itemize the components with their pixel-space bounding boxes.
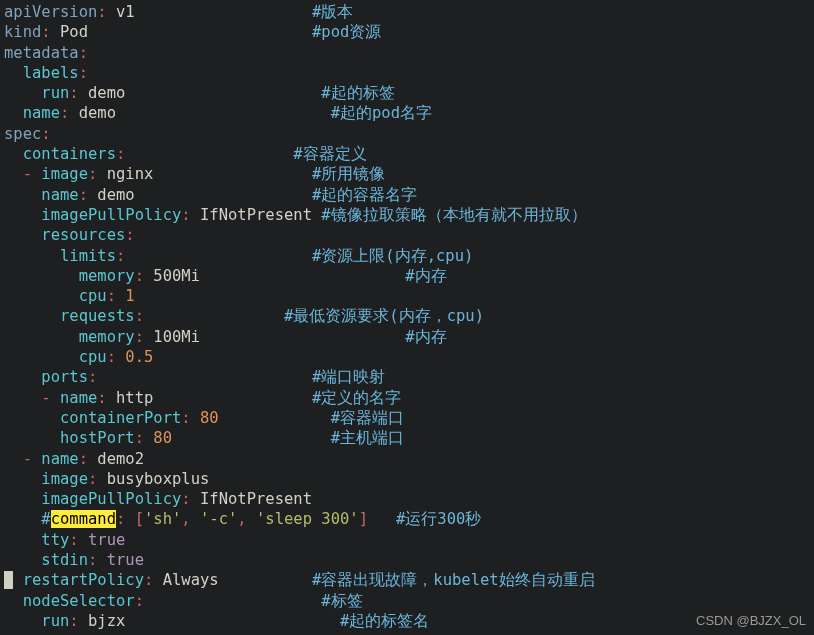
code-line: memory: 100Mi #内存 [4,328,447,346]
tok-p: : [97,389,116,407]
code-line: - name: http #定义的名字 [4,389,401,407]
tok-p: : [69,612,88,630]
tok-c: cpu [79,348,107,366]
tok-p: : [88,470,107,488]
tok-p: [ [135,510,144,528]
code-line: containerPort: 80 #容器端口 [4,409,404,427]
tok-cm: #pod资源 [312,23,381,41]
code-line: name: demo #起的容器名字 [4,186,417,204]
tok-cm: #容器定义 [293,145,366,163]
code-line: restartPolicy: Always #容器出现故障，kubelet始终自… [4,571,595,589]
tok-p: : [88,551,107,569]
tok-s: 'sleep 300' [256,510,359,528]
tok-p: - [23,165,42,183]
tok-p: : [79,64,88,82]
code-line: run: demo #起的标签 [4,84,395,102]
tok-cm: #内存 [405,267,446,285]
tok-cm: # [41,510,50,528]
code-line: nodeSelector: #标签 [4,592,363,610]
tok-p: : [79,186,98,204]
code-line: metadata: [4,44,88,62]
code-line: tty: true [4,531,125,549]
tok-p: - [41,389,60,407]
tok-c: name [41,186,78,204]
tok-cm: #起的容器名字 [312,186,417,204]
tok-n: 80 [153,429,172,447]
tok-v: Pod [60,23,88,41]
code-line: apiVersion: v1 #版本 [4,3,353,21]
tok-n: 1 [125,287,134,305]
tok-p: : [135,429,154,447]
tok-p: : [181,206,200,224]
code-line: limits: #资源上限(内存,cpu) [4,247,473,265]
tok-v: IfNotPresent [200,206,321,224]
tok-c: resources [41,226,125,244]
tok-c: nodeSelector [23,592,135,610]
tok-s: '-c' [200,510,237,528]
tok-c: containers [23,145,116,163]
tok-p: : [79,450,98,468]
tok-p: : [41,23,60,41]
tok-p: : [69,531,88,549]
tok-k: spec [4,125,41,143]
tok-c: restartPolicy [23,571,144,589]
tok-cm: #标签 [321,592,362,610]
code-line: containers: #容器定义 [4,145,367,163]
tok-p: , [237,510,256,528]
tok-k: apiVersion [4,3,97,21]
code-line: labels: [4,64,88,82]
tok-v: Always [163,571,219,589]
tok-v: busyboxplus [107,470,210,488]
tok-cm: #镜像拉取策略（本地有就不用拉取） [321,206,586,224]
tok-p: - [23,450,42,468]
tok-c: name [41,450,78,468]
tok-cm: #内存 [405,328,446,346]
tok-p: : [107,287,126,305]
code-line: kind: Pod #pod资源 [4,23,381,41]
tok-p: : [144,571,163,589]
tok-c: labels [23,64,79,82]
code-line: name: demo #起的pod名字 [4,104,432,122]
tok-c: run [41,84,69,102]
tok-c: imagePullPolicy [41,490,181,508]
code-line: cpu: 0.5 [4,348,153,366]
tok-s: 'sh' [144,510,181,528]
tok-cm: #端口映射 [312,368,385,386]
code-line: - image: nginx #所用镜像 [4,165,385,183]
tok-c: run [41,612,69,630]
tok-cm: #起的标签 [321,84,394,102]
code-line: imagePullPolicy: IfNotPresent [4,490,312,508]
tok-cm: #起的pod名字 [331,104,432,122]
tok-p: : [60,104,79,122]
code-line: resources: [4,226,135,244]
tok-k: metadata [4,44,79,62]
tok-p: : [135,592,144,610]
tok-c: ports [41,368,88,386]
tok-p: , [181,510,200,528]
tok-p: : [107,348,126,366]
tok-c: image [41,165,88,183]
tok-v: http [116,389,153,407]
code-line: ports: #端口映射 [4,368,385,386]
tok-n: 0.5 [125,348,153,366]
tok-v: 100Mi [153,328,200,346]
tok-p: : [125,226,134,244]
tok-cm: #版本 [312,3,353,21]
tok-v: demo2 [97,450,144,468]
code-line: run: bjzx #起的标签名 [4,612,429,630]
tok-p: : [88,368,97,386]
tok-c: image [41,470,88,488]
watermark: CSDN @BJZX_OL [696,612,806,629]
tok-p: : [116,145,125,163]
tok-p: : [79,44,88,62]
tok-n: 80 [200,409,219,427]
tok-cm: #最低资源要求(内存，cpu) [284,307,484,325]
tok-c: name [23,104,60,122]
tok-v: demo [97,186,134,204]
tok-c: stdin [41,551,88,569]
tok-p: : [69,84,88,102]
tok-c: imagePullPolicy [41,206,181,224]
tok-cm: #运行300秒 [396,510,481,528]
tok-c: name [60,389,97,407]
tok-cm: #起的标签名 [340,612,429,630]
